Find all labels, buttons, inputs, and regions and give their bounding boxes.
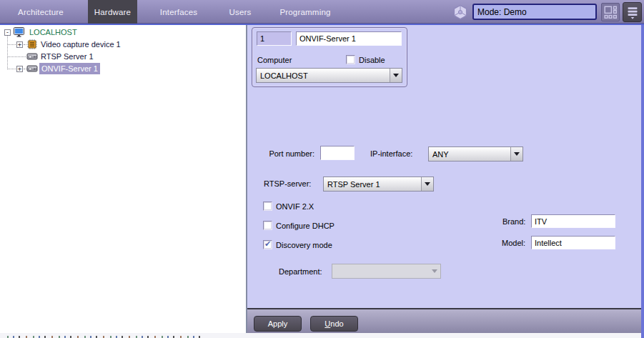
window-right-border: [641, 25, 644, 338]
hexagon-icon: [452, 4, 469, 21]
computer-icon: [14, 26, 25, 38]
expander-onvif-server[interactable]: +: [16, 66, 23, 72]
menu-button[interactable]: [623, 2, 642, 22]
computer-label: Computer: [257, 56, 292, 64]
rtsp-server-label: RTSP-server:: [264, 179, 311, 188]
ip-interface-dropdown[interactable]: ANY: [428, 146, 523, 161]
configure-dhcp-checkbox[interactable]: [263, 221, 272, 230]
menu-icon: [625, 4, 640, 20]
server-icon: [26, 63, 38, 74]
disable-label: Disable: [359, 56, 385, 64]
object-id-field[interactable]: [257, 31, 292, 46]
layout-grid-button[interactable]: [601, 3, 620, 21]
undo-button-initial: U: [325, 319, 330, 328]
port-number-field[interactable]: [320, 146, 355, 160]
rtsp-server-dropdown[interactable]: RTSP Server 1: [323, 177, 434, 192]
model-field[interactable]: [531, 236, 615, 249]
disable-checkbox[interactable]: [346, 55, 355, 64]
dropdown-arrow-button[interactable]: [390, 69, 402, 82]
discovery-mode-label: Discovery mode: [276, 241, 332, 249]
brand-field[interactable]: [531, 214, 615, 228]
dropdown-arrow-button: [428, 264, 440, 278]
tree-connector: [8, 44, 16, 45]
onvif2x-checkbox[interactable]: [263, 202, 272, 211]
tree-item-localhost[interactable]: LOCALHOST: [29, 26, 77, 38]
tab-hardware[interactable]: Hardware: [88, 0, 137, 24]
ip-interface-value: ANY: [429, 150, 510, 159]
configure-dhcp-label: Configure DHCP: [276, 222, 335, 230]
tab-programming[interactable]: Programming: [277, 0, 334, 24]
department-label: Department:: [279, 267, 322, 276]
tab-interfaces[interactable]: Interfaces: [154, 0, 204, 24]
undo-button[interactable]: Undo: [310, 316, 358, 332]
ip-interface-label: IP-interface:: [370, 149, 412, 158]
tree-item-rtsp-server[interactable]: RTSP Server 1: [41, 51, 94, 62]
action-bar: Apply Undo: [247, 308, 641, 333]
dropdown-arrow-button[interactable]: [421, 177, 433, 191]
server-icon: [26, 51, 38, 62]
onvif2x-label: ONVIF 2.X: [276, 202, 314, 211]
main-menu-bar: Architecture Hardware Interfaces Users P…: [0, 0, 644, 24]
computer-dropdown[interactable]: LOCALHOST: [256, 68, 402, 83]
tree-item-onvif-server[interactable]: ONVIF-Server 1: [39, 63, 100, 74]
object-tree-panel: - LOCALHOST + Video capture device 1: [0, 25, 246, 333]
tab-users[interactable]: Users: [223, 0, 257, 24]
layout-grid-icon: [603, 4, 618, 20]
settings-panel: Computer Disable LOCALHOST Port number: …: [247, 25, 641, 333]
expander-localhost[interactable]: -: [4, 29, 11, 36]
mode-field[interactable]: [472, 4, 597, 20]
computer-dropdown-value: LOCALHOST: [257, 71, 390, 80]
intellect-window: Architecture Hardware Interfaces Users P…: [0, 0, 644, 338]
discovery-mode-checkbox[interactable]: ✔: [263, 240, 272, 249]
check-icon: ✔: [264, 240, 271, 248]
tree-connector: [8, 69, 16, 69]
tree-connector: [8, 56, 26, 57]
tree-connector: [7, 35, 8, 69]
chevron-down-icon: [393, 74, 399, 80]
chevron-down-icon: [432, 269, 437, 276]
brand-label: Brand:: [502, 217, 525, 226]
expander-video-capture[interactable]: +: [16, 41, 23, 48]
rtsp-server-value: RTSP Server 1: [324, 180, 421, 189]
dropdown-arrow-button[interactable]: [510, 147, 522, 161]
port-number-label: Port number:: [264, 149, 314, 158]
settings-hex-icon[interactable]: [452, 4, 469, 21]
undo-button-rest: ndo: [330, 319, 343, 328]
department-dropdown: [332, 264, 441, 279]
model-label: Model:: [502, 239, 525, 247]
chevron-down-icon: [514, 152, 520, 159]
tab-architecture[interactable]: Architecture: [9, 0, 73, 24]
tree-item-video-capture-device[interactable]: Video capture device 1: [41, 39, 121, 50]
chevron-down-icon: [425, 182, 430, 189]
capture-card-icon: [26, 39, 38, 50]
object-name-field[interactable]: [296, 31, 402, 46]
apply-button[interactable]: Apply: [254, 316, 302, 332]
